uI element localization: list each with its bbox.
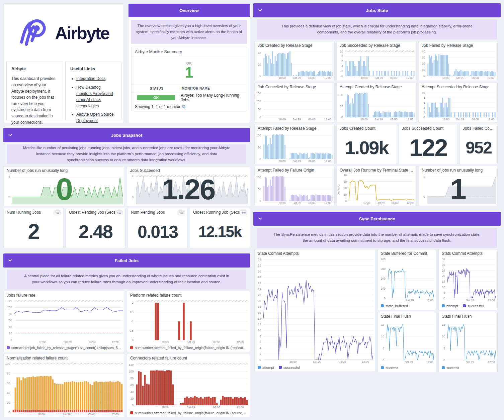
legend-item[interactable]: sum:worker.job_failed_by_release_stage(*… [7,346,121,350]
attempt-created-chart[interactable]: 05010018:00Sat 2906:0012:00 [337,90,416,122]
job-cancelled-chart[interactable]: 05010015018:00Sat 2906:0012:00 [255,90,334,122]
sync-persistence-header: Sync Persistence [253,212,501,226]
panel-state-final-flush: State Final Flush 051015Sat 2912:00 succ… [377,312,436,372]
legend-item[interactable]: state_buffered [381,304,408,308]
datadog-monitors-link[interactable]: How Datadog monitors Airbyte and other A… [76,85,113,108]
x-axis-ticks: 18:00Sat 2906:0012:00 [136,406,248,410]
x-axis-ticks: 18:00Sat 2906:0012:00 [263,201,333,205]
y-axis-ticks: 00.511.52 [127,300,135,340]
open-source-deployment-link[interactable]: Airbyte Open Source Deployment [76,112,113,123]
monitor-summary-panel: Airbyte Monitor Summary OK 1 STATUS MONI… [131,47,247,111]
y-axis-ticks: 050100 [255,175,262,201]
x-axis-ticks: 18:00Sat 2906:0012:00 [345,76,415,80]
y-axis-ticks: 051015 [439,321,446,360]
about-text: This dashboard provides an overview of y… [11,76,55,124]
panel-attempt-succeeded: Attempt Succeeded by Release Stage 02468… [418,83,498,122]
legend-swatch [130,346,133,349]
panel-title: Number of jobs run unusually long [4,167,124,174]
y-axis-ticks: 010203040 [419,50,426,76]
timeframe-badge[interactable]: 1w [240,210,247,215]
chevron-down-icon[interactable] [8,132,13,138]
jobs-state-description: This provides a detailed view of job sta… [257,19,497,39]
legend-item[interactable]: success [381,366,398,370]
chart-legend: attemptsuccessful [258,364,372,370]
job-succeeded-chart[interactable]: 024681018:00Sat 2906:0012:00 [337,48,416,81]
panel-platform-failures: Platform related failure count 00.511.52… [127,291,250,352]
platform-failures-chart[interactable]: 00.511.5218:00Sat 2906:0012:00 [127,298,250,345]
chart-legend: success [442,365,494,371]
branding-card: Airbyte Airbyte This dashboard provides … [3,3,124,123]
y-axis-ticks: 0100200300400 [378,258,387,298]
y-axis-label: Percent [337,184,340,195]
y-axis-ticks: 050100150 [255,92,262,117]
legend-item[interactable]: successful [279,365,300,370]
obscured-data-hatch [12,363,123,364]
legend-swatch [279,366,282,369]
job-created-chart[interactable]: 0204018:00Sat 2906:0012:00 [255,48,334,81]
jobs-failure-rate-chart[interactable]: 02040608010012018:00Sat 2906:0012:00 [4,298,124,345]
panel-job-succeeded: Job Succeeded by Release Stage 024681018… [336,41,417,81]
chevron-down-icon[interactable] [8,258,13,264]
stats-final-flush-chart[interactable]: 051015Sat 2912:00 [439,319,497,365]
chart-legend: sum:worker.attempt_failed_by_failure_ori… [130,345,247,350]
normalization-failures-chart[interactable]: 02040608010018:00Sat 2906:0012:00 [4,361,124,417]
legend-item[interactable]: attempt [258,365,274,370]
timeframe-badge[interactable]: 1w [115,210,123,215]
stats-commit-attempts-chart[interactable]: 05101520253035Sat 2912:00 [439,256,497,303]
status-badge[interactable]: OK [137,95,175,100]
jobs-snapshot-description: Metrics like number of persisting jobs, … [7,144,246,164]
panel-title: Attempt Failed by Release Stage [255,124,334,131]
attempt-failed-stage-chart[interactable]: 05010018:00Sat 2906:0012:00 [255,131,334,164]
legend-item[interactable]: sum:worker.attempt_failed_by_failure_ori… [130,411,247,415]
oldest-running-job-value: 12.15k [190,215,250,248]
failed-jobs-description: A central place for all failure related … [7,270,246,289]
chevron-down-icon[interactable] [258,8,263,14]
integration-docs-link[interactable]: Integration Docs [76,76,105,81]
y-axis-ticks: 010203040 [340,175,348,201]
obscured-data-hatch [345,50,415,52]
obscured-data-hatch [136,363,248,364]
timeframe-badge[interactable]: 1w [178,210,185,215]
panel-title: Stats Commit Attempts [439,249,497,256]
y-axis-ticks: 0246810121416182022242628303234 [255,258,262,360]
attempt-succeeded-chart[interactable]: 024681018:00Sat 2906:0012:00 [419,90,497,122]
unusual-long-state-chart[interactable]: 021 [419,173,497,206]
panel-title: Jobs Succeeded Count [399,124,457,131]
x-axis-ticks: 18:00Sat 2906:0012:00 [263,360,373,364]
monitor-table-header: STATUS MONITOR NAME [132,84,247,93]
panel-jobs-created-count: Jobs Created Count 1.09k [336,124,397,164]
sync-persistence-description: The SyncPersistence metrics in this sect… [257,228,497,248]
panel-title: Jobs failure rate [4,291,124,298]
panel-jobs-failure-rate: Jobs failure rate 02040608010012018:00Sa… [3,291,125,352]
x-axis-ticks: 18:00Sat 2906:0012:00 [427,118,496,122]
legend-item[interactable]: sum:worker.attempt_failed_by_failure_ori… [130,346,247,350]
panel-attempt-failed-origin: Attempt Failed by Failure Origin 0501001… [254,166,335,206]
timeframe-badge[interactable]: 1w [54,210,61,215]
monitor-name[interactable]: Airbyte: Too Many Long-Running Jobs [181,93,247,102]
state-commit-attempts-chart[interactable]: 024681012141618202224262830323418:00Sat … [255,256,375,364]
x-axis-ticks: 18:00Sat 2906:0012:00 [136,340,248,344]
panel-jobs-succeeded: Jobs Succeeded 041.26 [127,166,250,206]
panel-title: Attempt Failed by Failure Origin [255,166,334,173]
legend-item[interactable]: successful [463,304,484,308]
panel-job-runtime: Overall Job Runtime by Terminal State (S… [336,166,417,206]
airbyte-link[interactable]: Airbyte [11,89,24,94]
job-failed-chart[interactable]: 01020304018:00Sat 2906:0012:00 [419,48,497,81]
jobs-succeeded-chart[interactable]: 041.26 [127,174,250,206]
job-runtime-chart[interactable]: 010203040Percent18:00Sat 2906:0012:00 [337,173,416,206]
legend-item[interactable]: success [442,366,459,370]
panel-job-created: Job Created by Release Stage 0204018:00S… [254,41,335,81]
useful-links-title: Useful Links [70,66,116,72]
state-buffered-chart[interactable]: 0100200300400Sat 2912:00 [378,256,436,303]
external-link-icon[interactable]: ⧉ [182,104,185,109]
legend-item[interactable]: attempt [442,304,458,308]
y-axis-ticks: 020406080100120 [127,363,135,405]
connectors-failures-chart[interactable]: 02040608010012018:00Sat 2906:0012:00 [127,361,250,410]
chevron-down-icon[interactable] [258,216,263,222]
y-axis-ticks: 020406080100 [4,363,11,412]
unusual-long-jobs-chart[interactable]: 020 [4,174,124,206]
section-title: Jobs State [366,8,388,13]
x-axis-ticks: Sat 2912:00 [387,360,434,364]
attempt-failed-origin-chart[interactable]: 05010018:00Sat 2906:0012:00 [255,173,334,206]
state-final-flush-chart[interactable]: 051015Sat 2912:00 [378,319,436,365]
